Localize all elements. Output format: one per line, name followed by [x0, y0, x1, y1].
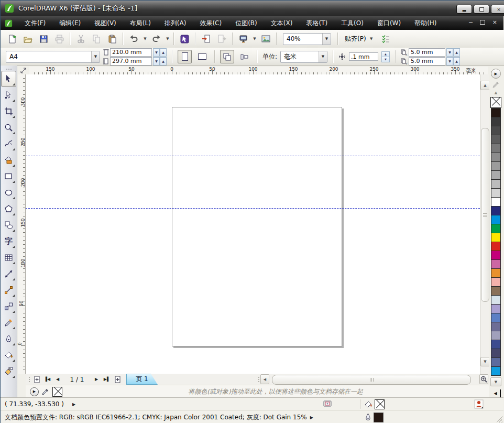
color-swatch[interactable]	[491, 224, 501, 233]
previous-page-button[interactable]: ◀	[53, 374, 62, 384]
docpalette-eyedropper-icon[interactable]	[42, 388, 49, 395]
page-size-preset-combo[interactable]: A4 ▼	[6, 51, 100, 63]
zoom-combo-arrow-icon[interactable]: ▼	[322, 34, 331, 45]
color-swatch[interactable]	[491, 117, 501, 126]
dimension-tool[interactable]	[1, 266, 16, 282]
color-swatch[interactable]	[491, 206, 501, 215]
no-color-swatch[interactable]	[490, 97, 501, 108]
color-swatch[interactable]	[491, 135, 501, 144]
width-spin-up[interactable]: ▲	[160, 48, 167, 57]
dup-x-spin-up[interactable]: ▲	[453, 48, 460, 57]
vertical-scroll-thumb[interactable]	[481, 128, 489, 302]
user-account-icon[interactable]	[474, 399, 484, 409]
nudge-spin-down[interactable]: ▼	[382, 57, 389, 62]
undo-dropdown-icon[interactable]: ▼	[143, 37, 148, 41]
color-swatch[interactable]	[491, 286, 501, 296]
color-swatch[interactable]	[491, 322, 501, 331]
menu-item-V[interactable]: 视图(V)	[87, 17, 123, 30]
menu-item-A[interactable]: 排列(A)	[158, 17, 193, 30]
zoom-level-combo[interactable]: 40% ▼	[283, 33, 331, 45]
import-button[interactable]	[199, 31, 213, 46]
vertical-ruler[interactable]: 300250200150100500	[18, 74, 26, 374]
color-swatch[interactable]	[491, 215, 501, 224]
redo-button[interactable]	[149, 31, 163, 46]
color-swatch[interactable]	[491, 268, 501, 278]
docpalette-flyout-button[interactable]: ▶	[30, 387, 39, 396]
outline-pen-tool[interactable]	[1, 331, 16, 347]
menu-item-O[interactable]: 工具(O)	[334, 17, 370, 30]
color-swatch[interactable]	[491, 331, 501, 340]
navigator-grip[interactable]	[28, 375, 31, 384]
pick-tool[interactable]	[1, 71, 16, 87]
fill-status[interactable]	[364, 399, 385, 409]
color-swatch[interactable]	[491, 108, 501, 117]
menu-item-W[interactable]: 窗口(W)	[370, 17, 408, 30]
shape-tool[interactable]	[1, 87, 16, 103]
color-profile-flyout-icon[interactable]: ▶	[310, 415, 313, 420]
search-content-button[interactable]	[177, 31, 192, 46]
nudge-field[interactable]: .1 mm	[349, 52, 378, 61]
page-width-field[interactable]: 210.0 mm	[110, 48, 152, 57]
color-swatch[interactable]	[491, 170, 501, 180]
cursor-position-flyout-icon[interactable]: ▶	[72, 402, 75, 407]
zoom-fit-button[interactable]	[479, 374, 488, 384]
page-height-field[interactable]: 297.0 mm	[110, 57, 152, 66]
polygon-tool[interactable]	[1, 201, 16, 217]
welcome-screen-button[interactable]	[258, 31, 273, 46]
menu-item-T[interactable]: 表格(T)	[299, 17, 334, 30]
current-page-size-button[interactable]	[237, 50, 251, 63]
ellipse-tool[interactable]	[1, 185, 16, 201]
palette-scroll-up-button[interactable]: ▲	[491, 89, 501, 96]
menu-item-B[interactable]: 位图(B)	[228, 17, 264, 30]
minimize-button[interactable]: ▬	[456, 5, 472, 14]
height-spin-down[interactable]: ▼	[153, 57, 160, 66]
dup-y-spin-up[interactable]: ▲	[453, 57, 460, 66]
color-swatch[interactable]	[491, 313, 501, 322]
toolbox-grip[interactable]	[1, 66, 17, 71]
resize-grip[interactable]	[496, 416, 502, 422]
restore-button[interactable]	[474, 5, 489, 14]
duplicate-x-field[interactable]: 5.0 mm	[409, 48, 445, 57]
title-bar[interactable]: CorelDRAW X6 (评估版) - [未命名 -1] ▬ ×	[1, 1, 504, 16]
fill-tool[interactable]	[1, 347, 16, 363]
doc-close-icon[interactable]: ×	[492, 19, 497, 26]
page-tab[interactable]: 页 1	[126, 374, 158, 385]
interactive-fill-tool[interactable]	[1, 363, 16, 379]
all-pages-size-button[interactable]	[220, 50, 234, 63]
doc-minimize-icon[interactable]: ─	[469, 19, 473, 26]
duplicate-y-field[interactable]: 5.0 mm	[409, 57, 445, 66]
horizontal-scrollbar[interactable]: ◀	[257, 374, 488, 385]
color-swatch[interactable]	[491, 144, 501, 153]
color-eyedropper-tool[interactable]	[1, 314, 16, 331]
redo-dropdown-icon[interactable]: ▼	[165, 37, 170, 41]
height-spin-up[interactable]: ▲	[160, 57, 167, 66]
color-swatch[interactable]	[491, 153, 501, 162]
drawing-canvas[interactable]	[26, 74, 480, 374]
first-page-button[interactable]: ▐◀	[42, 374, 52, 384]
save-button[interactable]	[36, 31, 51, 46]
add-page-end-button[interactable]	[113, 374, 122, 384]
application-launcher-dropdown-icon[interactable]: ▼	[252, 37, 257, 41]
color-swatch[interactable]	[491, 259, 501, 269]
color-swatch[interactable]	[491, 357, 501, 367]
docpalette-no-color-swatch[interactable]	[52, 387, 62, 397]
width-spin-down[interactable]: ▼	[153, 48, 160, 57]
menu-item-C[interactable]: 效果(C)	[193, 17, 228, 30]
rectangle-tool[interactable]	[1, 168, 16, 185]
new-document-button[interactable]	[5, 31, 19, 46]
scroll-left-button[interactable]: ◀	[260, 374, 269, 384]
guideline[interactable]	[26, 156, 480, 156]
horizontal-scroll-track[interactable]	[270, 375, 478, 384]
proof-colors-icon[interactable]	[323, 400, 332, 408]
units-combo[interactable]: 毫米 ▼	[280, 51, 327, 63]
guideline[interactable]	[26, 208, 480, 209]
color-swatch[interactable]	[491, 179, 501, 189]
color-swatch[interactable]	[491, 349, 501, 358]
menu-item-X[interactable]: 文本(X)	[264, 17, 300, 30]
horizontal-ruler[interactable]: 15010050050100150200250300350 毫米	[29, 67, 488, 75]
menu-item-F[interactable]: 文件(F)	[18, 17, 52, 30]
color-swatch[interactable]	[491, 366, 501, 376]
color-swatch[interactable]	[491, 295, 501, 305]
menu-item-H[interactable]: 帮助(H)	[408, 17, 443, 30]
options-button[interactable]	[379, 31, 393, 46]
